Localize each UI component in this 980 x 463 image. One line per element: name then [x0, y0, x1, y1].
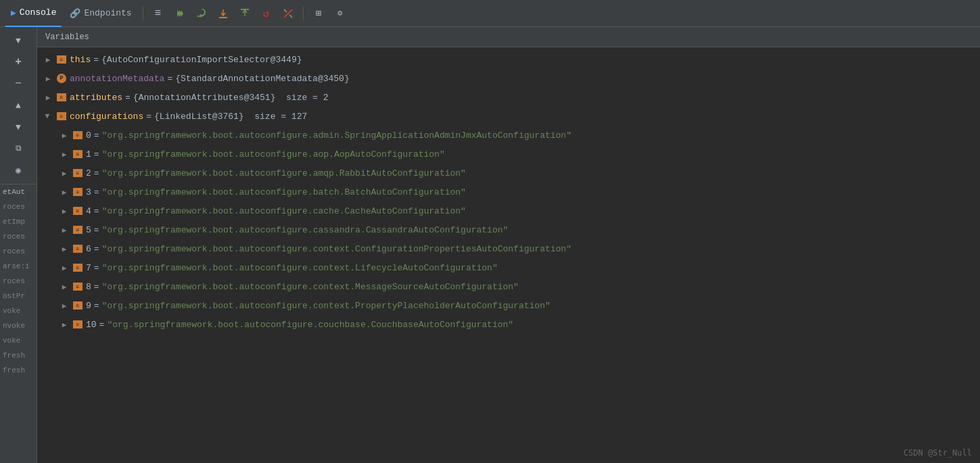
- frame-item[interactable]: nvoke: [0, 318, 37, 333]
- var-row-config-8[interactable]: ▶ ≡ 8 = "org.springframework.boot.autoco…: [37, 277, 980, 296]
- copy-value-btn[interactable]: ⧉: [7, 139, 29, 158]
- var-row-config-10[interactable]: ▶ ≡ 10 = "org.springframework.boot.autoc…: [37, 315, 980, 334]
- var-row-config-2[interactable]: ▶ ≡ 2 = "org.springframework.boot.autoco…: [37, 164, 980, 182]
- var-name-6: 6: [86, 244, 91, 254]
- watermark: CSDN @Str_Null: [904, 448, 972, 458]
- var-name-4: 4: [86, 206, 91, 216]
- var-row-attributes[interactable]: ▶ ≡ attributes = {AnnotationAttributes@3…: [37, 88, 980, 107]
- step-over-btn[interactable]: [192, 4, 211, 23]
- down-frame-btn[interactable]: ▼: [7, 118, 29, 137]
- var-name-7: 7: [86, 263, 91, 273]
- frame-item[interactable]: voke: [0, 303, 37, 318]
- endpoints-tab[interactable]: 🔗 Endpoints: [64, 0, 137, 27]
- var-value-8: "org.springframework.boot.autoconfigure.…: [102, 282, 519, 292]
- expand-arrow-9[interactable]: ▶: [59, 300, 70, 311]
- frame-item[interactable]: ostPr: [0, 289, 37, 303]
- expand-arrow-3[interactable]: ▶: [59, 187, 70, 197]
- add-watch-btn[interactable]: +: [7, 53, 29, 72]
- field-icon-1: ≡: [73, 150, 83, 158]
- left-controls: ▼ + − ▲ ▼ ⧉ ◉: [0, 27, 37, 185]
- var-row-config-7[interactable]: ▶ ≡ 7 = "org.springframework.boot.autoco…: [37, 258, 980, 277]
- var-row-config-9[interactable]: ▶ ≡ 9 = "org.springframework.boot.autoco…: [37, 296, 980, 315]
- stack-frames: etAut roces etImp roces roces arse:1 roc…: [0, 185, 37, 463]
- var-row-config-6[interactable]: ▶ ≡ 6 = "org.springframework.boot.autoco…: [37, 239, 980, 258]
- var-equals-attributes: =: [125, 93, 131, 103]
- expand-arrow-0[interactable]: ▶: [59, 130, 70, 141]
- step-into-btn[interactable]: [214, 4, 233, 23]
- var-value-7: "org.springframework.boot.autoconfigure.…: [102, 263, 498, 273]
- var-name-annotation: annotationMetadata: [70, 74, 164, 84]
- expand-arrow-configurations[interactable]: ▶: [43, 111, 53, 122]
- stop-btn[interactable]: [279, 4, 298, 23]
- frame-item[interactable]: roces: [0, 199, 37, 214]
- var-equals-this: =: [93, 55, 99, 65]
- toolbar: ▶ Console 🔗 Endpoints ≡: [0, 0, 980, 27]
- frame-item-fresh-2[interactable]: fresh: [0, 363, 37, 378]
- var-equals-10: =: [99, 320, 105, 330]
- frame-item[interactable]: roces: [0, 229, 37, 244]
- frame-item[interactable]: voke: [0, 333, 37, 348]
- var-equals-annotation: =: [167, 74, 172, 84]
- var-row-annotationMetadata[interactable]: ▶ P annotationMetadata = {StandardAnnota…: [37, 69, 980, 88]
- var-name-attributes: attributes: [70, 93, 122, 103]
- var-row-config-0[interactable]: ▶ ≡ 0 = "org.springframework.boot.autoco…: [37, 126, 980, 145]
- expand-arrow-10[interactable]: ▶: [59, 319, 70, 330]
- frame-item[interactable]: etImp: [0, 214, 37, 229]
- var-row-this[interactable]: ▶ ≡ this = {AutoConfigurationImportSelec…: [37, 50, 980, 69]
- var-value-0: "org.springframework.boot.autoconfigure.…: [102, 130, 571, 141]
- up-frame-btn[interactable]: ▲: [7, 96, 29, 115]
- step-out-btn[interactable]: [235, 4, 254, 23]
- frame-item[interactable]: roces: [0, 274, 37, 289]
- console-tab[interactable]: ▶ Console: [5, 0, 62, 27]
- expand-arrow-1[interactable]: ▶: [59, 149, 70, 160]
- var-equals-6: =: [94, 244, 99, 254]
- field-icon-0: ≡: [73, 131, 83, 139]
- table-view-btn[interactable]: ⊞: [309, 4, 328, 23]
- var-name-5: 5: [86, 225, 91, 235]
- debug-settings-btn[interactable]: ⚙: [331, 4, 350, 23]
- var-name-configurations: configurations: [70, 112, 143, 122]
- toolbar-separator-1: [143, 7, 143, 20]
- expand-arrow-8[interactable]: ▶: [59, 281, 70, 292]
- field-icon-this: ≡: [57, 55, 66, 64]
- resume-btn[interactable]: [170, 4, 189, 23]
- filter-btn[interactable]: ▼: [7, 31, 29, 50]
- expand-arrow-7[interactable]: ▶: [59, 262, 70, 273]
- frame-item[interactable]: etAut: [0, 185, 37, 199]
- var-value-1: "org.springframework.boot.autoconfigure.…: [102, 149, 445, 160]
- watch-view-btn[interactable]: ◉: [7, 161, 29, 180]
- expand-arrow-2[interactable]: ▶: [59, 168, 70, 178]
- expand-arrow-annotation[interactable]: ▶: [43, 73, 53, 84]
- var-row-config-5[interactable]: ▶ ≡ 5 = "org.springframework.boot.autoco…: [37, 220, 980, 239]
- var-name-0: 0: [86, 130, 91, 141]
- var-equals-8: =: [94, 282, 99, 292]
- var-row-configurations[interactable]: ▶ ≡ configurations = {LinkedList@3761} s…: [37, 107, 980, 126]
- frame-item-fresh-1[interactable]: fresh: [0, 348, 37, 363]
- var-row-config-1[interactable]: ▶ ≡ 1 = "org.springframework.boot.autoco…: [37, 145, 980, 164]
- app-container: ▶ Console 🔗 Endpoints ≡: [0, 0, 980, 463]
- rerun-btn[interactable]: ↺: [257, 4, 276, 23]
- var-equals-1: =: [94, 149, 99, 160]
- hamburger-btn[interactable]: ≡: [149, 4, 168, 23]
- var-row-config-4[interactable]: ▶ ≡ 4 = "org.springframework.boot.autoco…: [37, 201, 980, 220]
- expand-arrow-4[interactable]: ▶: [59, 205, 70, 216]
- expand-arrow-this[interactable]: ▶: [43, 54, 53, 65]
- var-name-3: 3: [86, 187, 91, 197]
- var-value-9: "org.springframework.boot.autoconfigure.…: [102, 301, 551, 311]
- expand-arrow-attributes[interactable]: ▶: [43, 92, 53, 103]
- frame-item[interactable]: arse:1: [0, 259, 37, 274]
- svg-line-5: [289, 15, 292, 18]
- var-value-annotation: {StandardAnnotationMetadata@3450}: [175, 74, 349, 84]
- variables-content[interactable]: ▶ ≡ this = {AutoConfigurationImportSelec…: [37, 47, 980, 463]
- collapse-btn[interactable]: −: [7, 74, 29, 93]
- frame-item[interactable]: roces: [0, 244, 37, 259]
- field-icon-4: ≡: [73, 207, 83, 215]
- expand-arrow-6[interactable]: ▶: [59, 243, 70, 254]
- field-icon-attributes: ≡: [57, 93, 66, 101]
- var-row-config-3[interactable]: ▶ ≡ 3 = "org.springframework.boot.autoco…: [37, 182, 980, 201]
- var-equals-3: =: [94, 187, 99, 197]
- expand-arrow-5[interactable]: ▶: [59, 224, 70, 235]
- console-label: Console: [20, 7, 57, 18]
- var-value-configurations: {LinkedList@3761} size = 127: [154, 112, 307, 122]
- field-icon-9: ≡: [73, 301, 83, 310]
